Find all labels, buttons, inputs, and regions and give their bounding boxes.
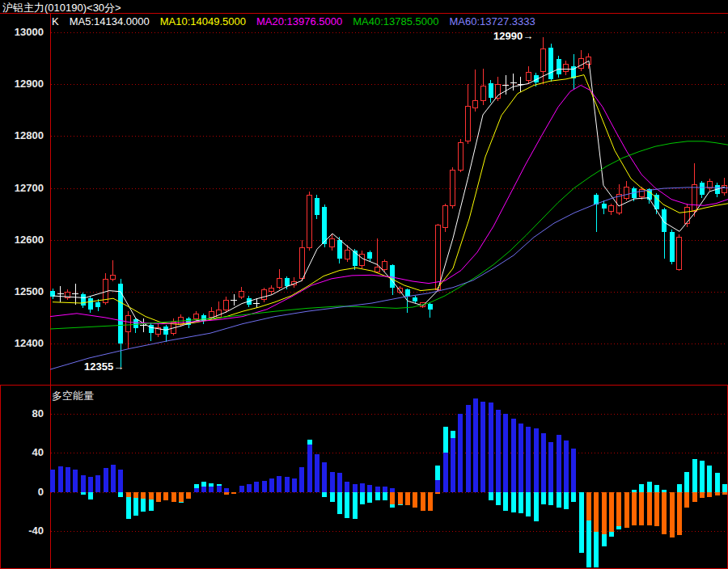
chart-type-label: K (52, 15, 59, 27)
price-tick-label: 12700 (0, 182, 44, 194)
trading-app-window: 沪铝主力(010190)<30分> K MA5:14134.0000MA10:1… (0, 0, 728, 569)
legend-ma20: MA20:13976.5000 (256, 15, 342, 27)
price-tick-label: 12400 (0, 337, 44, 349)
indicator-tick-label: 0 (0, 486, 44, 498)
price-tick-label: 12800 (0, 129, 44, 141)
ma-line-ma60 (50, 188, 728, 369)
kline-chart-canvas[interactable] (0, 0, 728, 569)
price-tick-label: 13000 (0, 26, 44, 38)
indicator-tick-label: 40 (0, 446, 44, 458)
ma-legend: K MA5:14134.0000MA10:14049.5000MA20:1397… (52, 15, 535, 27)
price-annotation: 12355→ (84, 360, 124, 373)
legend-ma10: MA10:14049.5000 (160, 15, 246, 27)
price-tick-label: 12500 (0, 285, 44, 297)
legend-ma40: MA40:13785.5000 (353, 15, 438, 27)
chart-title: 沪铝主力(010190)<30分> (2, 1, 121, 15)
indicator-tick-label: 80 (0, 407, 44, 419)
indicator-tick-label: -40 (0, 525, 44, 537)
legend-ma5: MA5:14134.0000 (70, 15, 150, 27)
ma-line-ma20 (50, 86, 728, 324)
price-annotation: 12990→ (493, 30, 533, 42)
price-tick-label: 12900 (0, 78, 44, 90)
ma-line-ma40 (50, 141, 728, 329)
indicator-name-label: 多空能量 (52, 389, 94, 403)
price-tick-label: 12600 (0, 234, 44, 246)
legend-ma60: MA60:13727.3333 (450, 15, 535, 27)
